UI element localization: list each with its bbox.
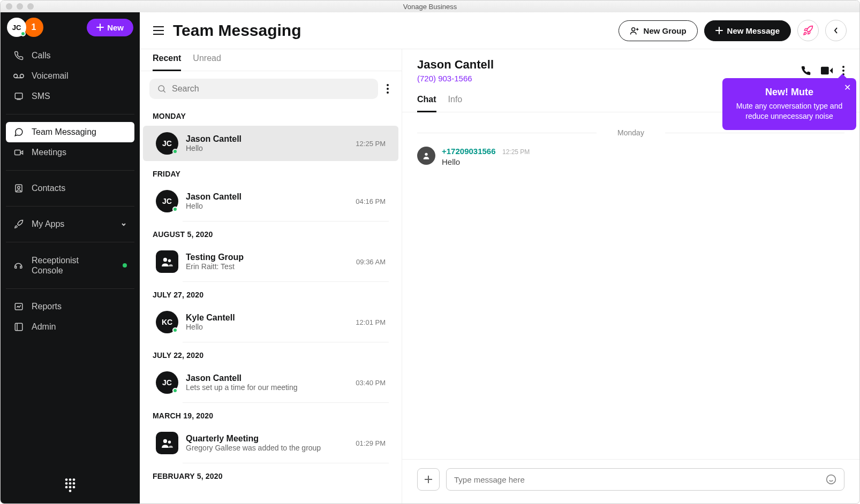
presence-indicator (172, 388, 178, 393)
svg-point-26 (159, 86, 164, 91)
sidebar-item-label: Reports (32, 302, 62, 311)
conversation-time: 12:01 PM (356, 318, 386, 326)
sidebar-item-my-apps[interactable]: My Apps (6, 214, 134, 234)
new-button[interactable]: New (87, 19, 133, 36)
message-input[interactable] (454, 475, 826, 484)
message-text: Hello (442, 157, 530, 166)
collapse-button[interactable] (825, 20, 847, 41)
tab-unread[interactable]: Unread (193, 49, 221, 71)
sms-icon (13, 91, 24, 101)
chat-icon (13, 127, 24, 137)
conversation-time: 09:36 AM (356, 258, 386, 266)
tab-chat[interactable]: Chat (417, 90, 436, 112)
conversation-item[interactable]: JCJason CantellLets set up a time for ou… (143, 365, 398, 400)
search-icon (157, 84, 167, 94)
sidebar-item-team-messaging[interactable]: Team Messaging (6, 122, 134, 142)
conversation-title: Quarterly Meeting (186, 434, 348, 444)
svg-rect-3 (15, 93, 22, 99)
svg-point-12 (73, 478, 76, 481)
sidebar-item-receptionist[interactable]: Receptionist Console (6, 250, 134, 281)
list-more-icon[interactable] (383, 81, 392, 97)
notification-badge[interactable]: 1 (24, 18, 43, 37)
sidebar-item-contacts[interactable]: Contacts (6, 178, 134, 198)
svg-point-37 (842, 70, 844, 72)
new-message-button[interactable]: New Message (704, 20, 791, 41)
svg-point-1 (20, 74, 24, 78)
sidebar-item-admin[interactable]: Admin (6, 317, 134, 337)
phone-icon (13, 51, 24, 60)
tooltip-body: Mute any conversation type and reduce un… (733, 101, 846, 121)
conversation-preview: Erin Raitt: Test (186, 262, 349, 271)
page-title: Team Messaging (173, 21, 301, 40)
emoji-icon[interactable] (826, 474, 836, 485)
conversation-preview: Hello (186, 202, 348, 210)
svg-point-11 (69, 478, 72, 481)
svg-point-34 (168, 441, 171, 444)
menu-toggle-icon[interactable] (153, 26, 164, 35)
tab-recent[interactable]: Recent (153, 49, 181, 71)
headset-icon (13, 261, 24, 270)
svg-point-19 (69, 490, 72, 492)
sidebar-item-label: Calls (32, 51, 51, 60)
voicemail-icon (13, 73, 24, 79)
chevron-down-icon (120, 221, 127, 227)
svg-point-0 (14, 74, 18, 78)
rocket-button[interactable] (797, 20, 819, 41)
sidebar-item-label: Contacts (32, 184, 65, 193)
svg-point-42 (827, 475, 836, 484)
user-avatar[interactable]: JC (7, 18, 26, 37)
contact-phone[interactable]: (720) 903-1566 (417, 74, 494, 83)
video-icon (13, 148, 24, 157)
search-box[interactable] (149, 79, 378, 99)
svg-rect-4 (15, 150, 21, 155)
new-group-button[interactable]: New Group (618, 20, 698, 41)
attach-button[interactable] (417, 468, 440, 491)
dialpad-button[interactable] (64, 478, 76, 493)
conversation-title: Jason Cantell (186, 134, 348, 144)
conversation-item[interactable]: Testing GroupErin Raitt: Test09:36 AM (143, 244, 398, 279)
call-icon[interactable] (801, 65, 811, 76)
tab-info[interactable]: Info (448, 90, 463, 112)
new-message-label: New Message (727, 26, 780, 35)
conversation-preview: Hello (186, 144, 348, 152)
tooltip-close-icon[interactable]: ✕ (844, 82, 851, 93)
svg-point-15 (73, 482, 76, 485)
svg-point-16 (65, 486, 68, 488)
person-avatar: JC (156, 132, 178, 155)
svg-point-39 (425, 153, 427, 156)
sidebar-item-label: Team Messaging (32, 127, 96, 137)
sidebar-item-meetings[interactable]: Meetings (6, 142, 134, 163)
conversation-title: Testing Group (186, 253, 349, 262)
conversation-item[interactable]: Quarterly MeetingGregory Gallese was add… (143, 425, 398, 461)
conversation-item[interactable]: JCJason CantellHello04:16 PM (143, 184, 398, 219)
sidebar-item-label: My Apps (32, 219, 64, 229)
person-avatar: JC (156, 190, 178, 212)
conversation-item[interactable]: JCJason CantellHello12:25 PM (143, 126, 398, 161)
date-header: JULY 22, 2020 (140, 342, 402, 365)
search-input[interactable] (172, 84, 371, 94)
presence-indicator (172, 207, 178, 212)
date-header: MONDAY (140, 103, 402, 126)
svg-line-27 (163, 90, 165, 93)
presence-indicator (172, 327, 178, 333)
svg-rect-35 (821, 66, 829, 74)
group-avatar (156, 250, 178, 273)
status-dot (123, 263, 127, 268)
new-group-label: New Group (644, 26, 687, 35)
sidebar-item-label: Admin (32, 322, 56, 332)
message-avatar (417, 147, 435, 165)
svg-point-14 (69, 482, 72, 485)
message-sender[interactable]: +17209031566 (442, 147, 496, 156)
date-header: AUGUST 5, 2020 (140, 222, 402, 244)
conversation-title: Kyle Cantell (186, 313, 348, 323)
svg-point-23 (631, 28, 635, 31)
video-call-icon[interactable] (821, 66, 833, 75)
sidebar-item-calls[interactable]: Calls (6, 45, 134, 66)
conversation-time: 01:29 PM (356, 439, 386, 447)
window-titlebar: Vonage Business (1, 1, 859, 12)
sidebar-item-voicemail[interactable]: Voicemail (6, 66, 134, 86)
sidebar-item-sms[interactable]: SMS (6, 86, 134, 106)
sidebar-item-reports[interactable]: Reports (6, 296, 134, 317)
new-button-label: New (107, 23, 124, 32)
conversation-item[interactable]: KCKyle CantellHello12:01 PM (143, 304, 398, 340)
